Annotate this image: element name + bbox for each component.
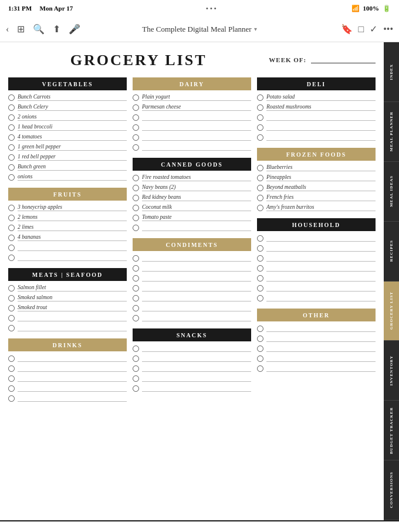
checkbox[interactable] <box>257 235 263 242</box>
list-item <box>8 374 127 383</box>
checkbox[interactable] <box>257 165 263 171</box>
checkbox[interactable] <box>257 365 263 372</box>
checkbox[interactable] <box>133 104 139 111</box>
checkbox[interactable] <box>133 315 139 321</box>
checkbox[interactable] <box>8 245 15 251</box>
tab-recipes[interactable]: RECIPES <box>384 222 399 282</box>
bookmark-icon[interactable]: 🔖 <box>341 23 353 35</box>
checkbox[interactable] <box>8 285 15 292</box>
checkbox[interactable] <box>8 395 15 402</box>
checkbox[interactable] <box>257 336 263 342</box>
checkbox[interactable] <box>8 255 15 261</box>
checkbox[interactable] <box>257 94 263 101</box>
list-item <box>257 273 376 283</box>
tab-budget-tracker[interactable]: BUDGET TRACKER <box>384 401 399 460</box>
chevron-icon[interactable]: ▾ <box>254 26 257 32</box>
checkbox[interactable] <box>257 205 263 211</box>
checkbox[interactable] <box>257 104 263 111</box>
tab-grocery-list[interactable]: GROCERY LIST <box>384 282 399 341</box>
checkbox[interactable] <box>133 144 139 151</box>
checkbox[interactable] <box>133 275 139 282</box>
checkbox[interactable] <box>8 385 15 392</box>
search-icon[interactable]: 🔍 <box>33 23 45 35</box>
checkbox[interactable] <box>8 134 15 141</box>
checkbox[interactable] <box>133 114 139 121</box>
checkbox[interactable] <box>133 265 139 272</box>
checkbox[interactable] <box>133 365 139 372</box>
checkbox[interactable] <box>8 225 15 231</box>
checkbox[interactable] <box>133 285 139 292</box>
dairy-section: DAIRY Plain yogurt Parmesan cheese <box>133 77 251 152</box>
checkbox[interactable] <box>8 355 15 362</box>
checkbox[interactable] <box>133 134 139 141</box>
checkbox[interactable] <box>8 114 15 121</box>
checkbox[interactable] <box>133 185 139 191</box>
share-icon[interactable]: ⬆ <box>53 23 60 35</box>
checkbox[interactable] <box>8 305 15 311</box>
tab-index[interactable]: INDEX <box>384 42 399 102</box>
checkbox[interactable] <box>257 245 263 252</box>
checkbox[interactable] <box>8 154 15 161</box>
checkbox[interactable] <box>133 205 139 211</box>
checkbox[interactable] <box>257 134 263 141</box>
checkbox[interactable] <box>257 285 263 292</box>
list-item: Blueberries <box>257 163 376 172</box>
checkbox[interactable] <box>8 174 15 181</box>
checkbox[interactable] <box>133 124 139 131</box>
tab-meal-planner[interactable]: MEAL PLANNER <box>384 102 399 162</box>
more-icon[interactable]: ••• <box>383 24 393 35</box>
checkbox[interactable] <box>8 235 15 241</box>
checkbox[interactable] <box>257 265 263 272</box>
toolbar-title[interactable]: The Complete Digital Meal Planner <box>142 25 251 34</box>
list-item: Bunch Celery <box>8 103 127 112</box>
checkbox[interactable] <box>133 345 139 352</box>
edit-icon[interactable]: □ <box>359 24 364 35</box>
grid-icon[interactable]: ⊞ <box>17 23 25 35</box>
checkbox[interactable] <box>257 355 263 362</box>
checkbox[interactable] <box>8 124 15 131</box>
checkbox[interactable] <box>8 164 15 171</box>
checkbox[interactable] <box>8 325 15 331</box>
checkbox[interactable] <box>8 295 15 301</box>
checkbox[interactable] <box>8 94 15 101</box>
checkbox[interactable] <box>257 255 263 262</box>
checkbox[interactable] <box>133 385 139 392</box>
checkbox[interactable] <box>133 225 139 231</box>
mic-icon[interactable]: 🎤 <box>69 23 80 35</box>
checkbox[interactable] <box>8 144 15 151</box>
list-item <box>133 223 251 232</box>
checkbox[interactable] <box>257 345 263 352</box>
checkbox[interactable] <box>257 275 263 282</box>
checkbox[interactable] <box>133 94 139 101</box>
checkbox[interactable] <box>8 205 15 211</box>
checkmark-icon[interactable]: ✓ <box>370 23 377 35</box>
checkbox[interactable] <box>133 355 139 362</box>
checkbox[interactable] <box>257 295 263 301</box>
list-item: 1 head broccoli <box>8 123 127 132</box>
checkbox[interactable] <box>257 175 263 181</box>
checkbox[interactable] <box>257 195 263 201</box>
checkbox[interactable] <box>133 195 139 201</box>
checkbox[interactable] <box>8 104 15 111</box>
checkbox[interactable] <box>133 175 139 181</box>
list-item <box>257 243 376 253</box>
fruits-section: FRUITS 3 honeycrisp apples 2 lemons 2 li… <box>8 188 127 262</box>
checkbox[interactable] <box>257 124 263 131</box>
checkbox[interactable] <box>133 305 139 311</box>
checkbox[interactable] <box>8 315 15 321</box>
checkbox[interactable] <box>257 326 263 332</box>
tab-meal-ideas[interactable]: MEAL IDEAS <box>384 162 399 222</box>
checkbox[interactable] <box>8 365 15 372</box>
checkbox[interactable] <box>8 375 15 382</box>
week-of: WEEK OF: <box>269 52 376 63</box>
checkbox[interactable] <box>133 295 139 301</box>
tab-inventory[interactable]: INVENTORY <box>384 341 399 401</box>
checkbox[interactable] <box>257 114 263 121</box>
checkbox[interactable] <box>8 215 15 221</box>
tab-conversions[interactable]: CONVERSIONS <box>384 460 399 520</box>
checkbox[interactable] <box>133 215 139 221</box>
back-button[interactable]: ‹ <box>6 24 9 35</box>
checkbox[interactable] <box>257 185 263 191</box>
checkbox[interactable] <box>133 255 139 262</box>
checkbox[interactable] <box>133 375 139 382</box>
